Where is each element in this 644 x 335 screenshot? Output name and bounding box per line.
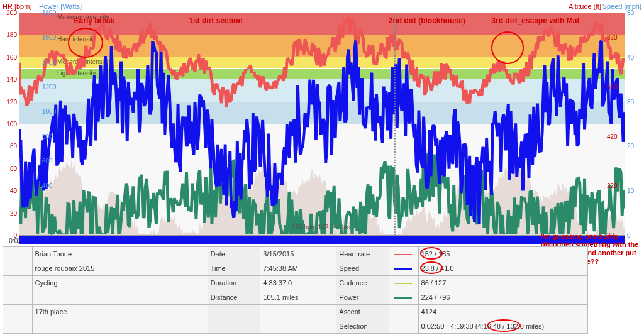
- ytick-hr: 160: [6, 53, 17, 60]
- ytick-hr: 60: [10, 165, 17, 172]
- ytick-power: 1000: [42, 108, 56, 115]
- chart-area[interactable]: Maximum intensityHard intensityModerate …: [19, 13, 625, 236]
- table-row: rouge roubaix 2015Time7:45:38 AMSpeed23.…: [3, 261, 588, 276]
- hover-tooltip: 169 bpm 102.0 miles: [292, 224, 350, 231]
- summary-table: Brian TooneDate3/15/2015Heart rate152 / …: [3, 246, 588, 334]
- ytick-power: 1800: [42, 9, 56, 16]
- table-row: Selection0:02:50 - 4:19:38 (4:16:48 / 10…: [3, 319, 588, 334]
- ytick-hr: 20: [10, 209, 17, 216]
- chart-svg: [19, 13, 625, 235]
- ytick-alt: 820: [607, 34, 618, 41]
- annotation: 2nd dirt (blockhouse): [389, 16, 465, 25]
- ytick-power: 1600: [42, 34, 56, 41]
- ytick-hr: 100: [6, 121, 17, 128]
- ytick-power: 400: [42, 182, 53, 189]
- table-row: CyclingDuration4:33:37.0Cadence86 / 127: [3, 276, 588, 290]
- app: HR [bpm] Power [Watts] Altitude [ft] Spe…: [0, 0, 644, 335]
- annotation: 1st dirt section: [189, 16, 242, 25]
- hand-circle: [68, 28, 103, 58]
- hand-circle: [420, 247, 443, 260]
- hand-circle: [487, 319, 521, 332]
- ytick-alt: 220: [607, 182, 618, 189]
- table-row: Distance105.1 milesPower224 / 796: [3, 290, 588, 305]
- ytick-speed: 20: [627, 143, 634, 150]
- annotation: Early break: [74, 16, 115, 25]
- legend-swatch: [394, 297, 412, 299]
- hand-circle: [420, 261, 443, 274]
- time-scrubber[interactable]: [19, 236, 625, 244]
- ytick-alt: 620: [607, 84, 618, 91]
- ytick-speed: 30: [627, 98, 634, 105]
- hand-circle: [491, 31, 524, 64]
- axis-label-speed: Speed [mph]: [602, 3, 641, 10]
- annotation: 3rd dirt_escape with Mat: [491, 16, 579, 25]
- ytick-hr: 180: [6, 31, 17, 38]
- legend-swatch: [394, 283, 412, 284]
- ytick-speed: 40: [627, 53, 634, 60]
- ytick-power: 1400: [42, 58, 56, 65]
- ytick-speed: 10: [627, 187, 634, 194]
- table-row: 17th placeAscent4124: [3, 305, 588, 319]
- ytick-speed: 50: [627, 9, 634, 16]
- legend-swatch: [394, 254, 412, 255]
- ytick-hr: 120: [6, 98, 17, 105]
- axis-label-alt: Altitude [ft]: [569, 3, 601, 10]
- ytick-hr: 140: [6, 76, 17, 83]
- ytick-power: 600: [42, 158, 53, 165]
- ytick-power: 1200: [42, 84, 56, 91]
- ytick-hr: 200: [6, 9, 17, 16]
- ytick-power: 800: [42, 133, 53, 140]
- ytick-hr: 40: [10, 187, 17, 194]
- table-row: Brian TooneDate3/15/2015Heart rate152 / …: [3, 247, 588, 261]
- ytick-alt: 420: [607, 133, 618, 140]
- legend-swatch: [394, 268, 412, 270]
- ytick-hr: 80: [10, 143, 17, 150]
